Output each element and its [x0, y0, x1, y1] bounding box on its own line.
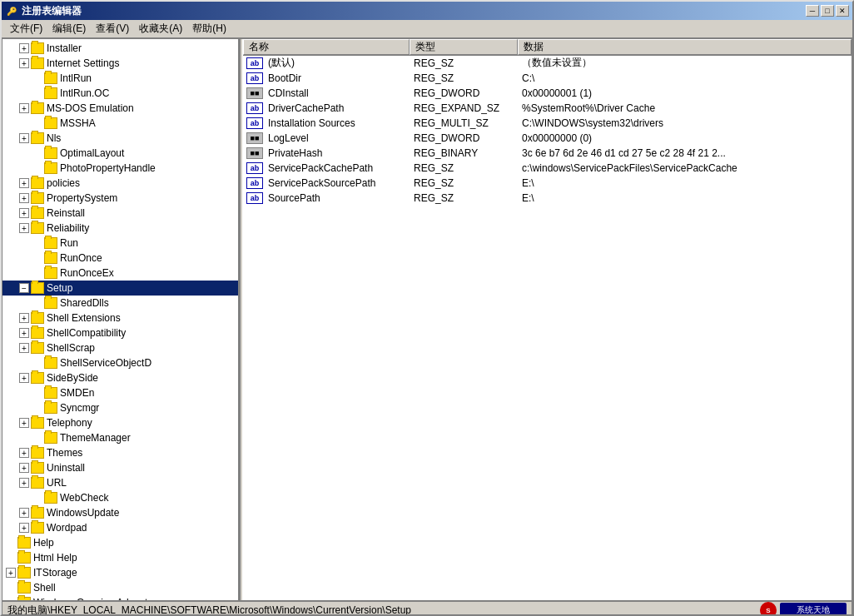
- registry-row[interactable]: abDriverCachePathREG_EXPAND_SZ%SystemRoo…: [243, 101, 852, 116]
- tree-item-policies[interactable]: +policies: [2, 176, 238, 191]
- binary-icon: ■■: [246, 87, 263, 99]
- folder-icon: [31, 507, 44, 519]
- tree-item-intlrun-oc[interactable]: IntlRun.OC: [2, 86, 238, 101]
- tree-item-shell[interactable]: Shell: [2, 580, 238, 595]
- expand-btn[interactable]: +: [19, 508, 29, 518]
- tree-item-internet-settings[interactable]: +Internet Settings: [2, 56, 238, 71]
- tree-item-itstorage[interactable]: +ITStorage: [2, 565, 238, 580]
- tree-item-shareddlls[interactable]: SharedDlls: [2, 296, 238, 310]
- tree-item-telephony[interactable]: +Telephony: [2, 415, 238, 430]
- expand-btn-open[interactable]: −: [19, 283, 29, 293]
- expand-btn[interactable]: +: [19, 343, 29, 353]
- registry-row[interactable]: ■■PrivateHashREG_BINARY3c 6e b7 6d 2e 46…: [243, 146, 852, 161]
- tree-item-sidebyside[interactable]: +SideBySide: [2, 370, 238, 385]
- tree-item-optimallayout[interactable]: OptimalLayout: [2, 146, 238, 161]
- reg-name: (默认): [266, 56, 412, 70]
- expand-btn[interactable]: +: [19, 523, 29, 533]
- menu-item-h[interactable]: 帮助(H): [187, 20, 231, 37]
- folder-icon: [31, 207, 44, 219]
- tree-item-shellserviceobjectd[interactable]: ShellServiceObjectD: [2, 355, 238, 370]
- window-frame: 🔑 注册表编辑器 ─ □ ✕ 文件(F)编辑(E)查看(V)收藏夹(A)帮助(H…: [0, 0, 854, 616]
- registry-row[interactable]: abServicePackSourcePathREG_SZE:\: [243, 176, 852, 191]
- folder-icon: [44, 492, 57, 504]
- tree-item-help[interactable]: Help: [2, 535, 238, 550]
- minimize-button[interactable]: ─: [806, 5, 819, 17]
- tree-item-intlrun[interactable]: IntlRun: [2, 71, 238, 86]
- registry-row[interactable]: ab(默认)REG_SZ（数值未设置）: [243, 56, 852, 71]
- tree-item-wordpad[interactable]: +Wordpad: [2, 520, 238, 535]
- col-header-name: 名称: [243, 39, 410, 55]
- expand-btn[interactable]: +: [19, 373, 29, 383]
- status-bar: 我的电脑\HKEY_LOCAL_MACHINE\SOFTWARE\Microso…: [2, 600, 852, 616]
- tree-item-webcheck[interactable]: WebCheck: [2, 490, 238, 505]
- expand-btn[interactable]: +: [19, 478, 29, 488]
- tree-label: Wordpad: [47, 522, 87, 534]
- folder-icon: [44, 237, 57, 249]
- expand-btn[interactable]: +: [19, 103, 29, 113]
- expand-btn[interactable]: +: [19, 418, 29, 428]
- tree-item-installer[interactable]: +Installer: [2, 41, 238, 56]
- tree-label: IntlRun.OC: [60, 87, 109, 99]
- expand-btn[interactable]: +: [19, 208, 29, 218]
- tree-item-windowsupdate[interactable]: +WindowsUpdate: [2, 505, 238, 520]
- tree-panel[interactable]: +Installer+Internet SettingsIntlRunIntlR…: [2, 39, 240, 600]
- folder-icon: [44, 432, 57, 444]
- registry-row[interactable]: abSourcePathREG_SZE:\: [243, 191, 852, 206]
- reg-data: 3c 6e b7 6d 2e 46 d1 cd 27 5e c2 28 4f 2…: [520, 147, 852, 159]
- ab-icon: ab: [246, 57, 263, 69]
- menu-item-v[interactable]: 查看(V): [91, 20, 134, 37]
- tree-item-syncmgr[interactable]: Syncmgr: [2, 400, 238, 415]
- folder-icon: [31, 477, 44, 489]
- expand-btn[interactable]: +: [19, 43, 29, 53]
- tree-item-url[interactable]: +URL: [2, 475, 238, 490]
- expand-btn[interactable]: +: [6, 568, 16, 578]
- tree-item-propertysystem[interactable]: +PropertySystem: [2, 191, 238, 206]
- tree-item-shell-extensions[interactable]: +Shell Extensions: [2, 310, 238, 325]
- reg-data: 0x00000000 (0): [520, 132, 852, 144]
- tree-item-ms-dos[interactable]: +MS-DOS Emulation: [2, 101, 238, 116]
- tree-item-photopropertyhandle[interactable]: PhotoPropertyHandle: [2, 161, 238, 176]
- registry-row[interactable]: abBootDirREG_SZC:\: [243, 71, 852, 86]
- reg-name: Installation Sources: [266, 117, 412, 129]
- tree-item-reinstall[interactable]: +Reinstall: [2, 206, 238, 221]
- registry-row[interactable]: abInstallation SourcesREG_MULTI_SZC:\WIN…: [243, 116, 852, 131]
- close-button[interactable]: ✕: [836, 5, 849, 17]
- expand-btn[interactable]: +: [19, 448, 29, 458]
- expand-btn[interactable]: +: [19, 223, 29, 233]
- menu-item-f[interactable]: 文件(F): [5, 20, 47, 37]
- tree-item-htmlhelp[interactable]: Html Help: [2, 550, 238, 565]
- reg-name: ServicePackCachePath: [266, 162, 412, 174]
- registry-row[interactable]: ■■LogLevelREG_DWORD0x00000000 (0): [243, 131, 852, 146]
- tree-item-shellcompatibility[interactable]: +ShellCompatibility: [2, 325, 238, 340]
- menu-item-a[interactable]: 收藏夹(A): [134, 20, 187, 37]
- menu-item-e[interactable]: 编辑(E): [47, 20, 91, 37]
- tree-item-nls[interactable]: +Nls: [2, 131, 238, 146]
- tree-item-runoncex[interactable]: RunOnceEx: [2, 266, 238, 281]
- tree-item-run[interactable]: Run: [2, 236, 238, 251]
- folder-icon: [31, 42, 44, 54]
- reg-name: BootDir: [266, 72, 412, 84]
- tree-item-shellscrap[interactable]: +ShellScrap: [2, 340, 238, 355]
- tree-item-reliability[interactable]: +Reliability: [2, 221, 238, 236]
- folder-icon: [44, 162, 57, 174]
- expand-btn[interactable]: +: [19, 178, 29, 188]
- expand-btn[interactable]: +: [19, 58, 29, 68]
- tree-item-runonce[interactable]: RunOnce: [2, 251, 238, 266]
- expand-btn[interactable]: +: [19, 463, 29, 473]
- expand-btn[interactable]: +: [19, 328, 29, 338]
- expand-btn[interactable]: +: [19, 313, 29, 323]
- main-area: +Installer+Internet SettingsIntlRunIntlR…: [2, 38, 852, 614]
- tree-item-smden[interactable]: SMDEn: [2, 385, 238, 400]
- tree-item-mssha[interactable]: MSSHA: [2, 116, 238, 131]
- expand-btn[interactable]: +: [19, 133, 29, 143]
- tree-label: Html Help: [33, 552, 77, 564]
- tree-item-thememanager[interactable]: ThemeManager: [2, 430, 238, 445]
- registry-row[interactable]: abServicePackCachePathREG_SZc:\windows\S…: [243, 161, 852, 176]
- tree-item-setup[interactable]: −Setup: [2, 281, 238, 296]
- maximize-button[interactable]: □: [821, 5, 834, 17]
- registry-row[interactable]: ■■CDInstallREG_DWORD0x00000001 (1): [243, 86, 852, 101]
- tree-item-themes[interactable]: +Themes: [2, 445, 238, 460]
- tree-item-uninstall[interactable]: +Uninstall: [2, 460, 238, 475]
- expand-btn[interactable]: +: [19, 193, 29, 203]
- reg-type: REG_MULTI_SZ: [412, 117, 520, 129]
